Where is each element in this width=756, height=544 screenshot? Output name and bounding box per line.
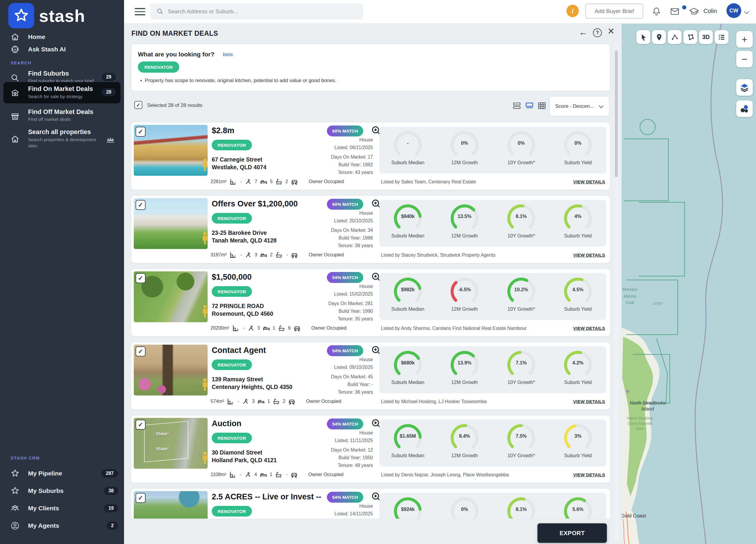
scrollbar-thumb[interactable] — [615, 50, 618, 177]
amenities-row: 574m² - 3 1 2 Owner Occupied — [211, 398, 341, 405]
property-type: House — [291, 502, 373, 510]
listing-card: ✓ Offers Over $1,200,000 RENOVATOR 23-25… — [131, 196, 610, 263]
occupancy-status: Owner Occupied — [309, 252, 344, 258]
listing-address-line1: 23-25 Barokee Drive — [212, 229, 267, 236]
notification-dot — [682, 5, 686, 9]
check-glyph: ✓ — [138, 275, 143, 282]
sort-dropdown[interactable]: Score - Descen... — [550, 97, 609, 116]
suburb-stats: $840k Suburb Median 13.5% 12M Growth 8.1… — [379, 200, 606, 247]
map-zoom-out-button[interactable]: − — [736, 51, 753, 67]
close-icon[interactable]: × — [608, 25, 614, 38]
map-select-tool[interactable] — [636, 30, 650, 44]
map-label-city: Gold Coast — [622, 513, 646, 519]
ai-chip-icon: AI — [11, 45, 19, 54]
list-view-icon[interactable] — [512, 101, 521, 110]
sidebar-item-sub: Find off market deals — [28, 117, 71, 122]
map[interactable]: Moreton Marine Park CPZ07 ✈ North Stradb… — [622, 24, 756, 544]
map-3d-toggle[interactable]: 3D — [699, 30, 713, 44]
sidebar-item-find-on-market-deals[interactable]: $ Find On Market Deals Search for sale b… — [4, 82, 120, 103]
sidebar-item-my-suburbs[interactable]: My Suburbs 38 — [0, 483, 124, 499]
listing-checkbox[interactable]: ✓ — [136, 273, 146, 283]
listing-price: $2.8m — [212, 126, 234, 135]
beds-count: 3 — [257, 325, 260, 331]
info-glyph: i — [572, 7, 574, 15]
sidebar-item-ask-stash-ai[interactable]: AI Ask Stash AI — [0, 42, 124, 57]
gauge-label: 10Y Growth* — [493, 306, 550, 312]
map-zoom-in-button[interactable]: + — [736, 31, 753, 48]
days-on-market: Days On Market: 12 — [291, 446, 373, 454]
gauge-label: Suburb Yield — [550, 306, 606, 312]
search-input[interactable] — [168, 8, 351, 15]
beta-link[interactable]: beta — [223, 52, 233, 58]
count-badge: 2 — [107, 522, 118, 530]
view-details-link[interactable]: VIEW DETAILS — [573, 179, 605, 184]
map-layers-button[interactable] — [736, 79, 753, 96]
address-search — [151, 4, 363, 19]
select-all-checkbox[interactable]: ✓ — [134, 101, 142, 109]
tenure: Tenure: 35 years — [291, 315, 373, 323]
map-polygon-tool[interactable] — [683, 30, 697, 44]
app-logo[interactable]: stash — [8, 3, 85, 28]
sidebar-item-find-off-market-deals[interactable]: Find Off Market Deals Find off market de… — [4, 107, 120, 126]
map-list-tool[interactable] — [715, 30, 729, 44]
card-view-icon[interactable] — [525, 101, 534, 110]
listing-checkbox[interactable]: ✓ — [136, 200, 146, 210]
buyer-brief-card: What are you looking for? beta RENOVATOR… — [131, 44, 610, 91]
listing-price: $1,500,000 — [212, 273, 252, 282]
pegman-icon[interactable] — [200, 299, 208, 322]
graduation-cap-icon[interactable] — [689, 6, 699, 17]
match-score-badge: 60% MATCH — [327, 126, 363, 136]
chevron-down-icon[interactable] — [744, 9, 749, 14]
bell-icon[interactable] — [651, 6, 661, 17]
sidebar-item-my-clients[interactable]: My Clients 19 — [0, 501, 124, 516]
avatar[interactable]: CW — [726, 3, 741, 18]
gauge-label: Suburb Yield — [550, 233, 606, 239]
table-view-icon[interactable] — [537, 101, 546, 110]
home-icon — [11, 32, 19, 41]
listing-checkbox[interactable]: ✓ — [136, 346, 146, 356]
land-area: 2261m² — [211, 179, 227, 184]
map-label-national-park: Naree Budjong — [627, 416, 653, 420]
listing-checkbox[interactable]: ✓ — [136, 493, 146, 503]
sidebar-item-my-pipeline[interactable]: My Pipeline 287 — [0, 466, 124, 481]
sidebar-item-my-agents[interactable]: My Agents 2 — [0, 518, 124, 533]
gauge-value: $840k — [379, 214, 436, 219]
gauge-label: 12M Growth — [436, 306, 493, 312]
view-details-link[interactable]: VIEW DETAILS — [573, 253, 605, 258]
export-button[interactable]: EXPORT — [537, 523, 607, 543]
count-badge: 38 — [104, 487, 118, 495]
gauge-10y-growth: 8.1% 10Y Growth* — [493, 493, 550, 519]
pegman-icon[interactable] — [200, 226, 208, 249]
mail-icon[interactable] — [670, 6, 680, 17]
menu-icon[interactable] — [135, 8, 145, 16]
svg-text:AI: AI — [14, 48, 16, 51]
listed-by: Listed by Denis Najzar, Joseph Leong, Pl… — [381, 472, 509, 478]
help-icon[interactable]: ? — [593, 28, 602, 37]
gauge-value: 13.5% — [436, 214, 493, 219]
listing-checkbox[interactable]: ✓ — [136, 127, 146, 137]
sidebar-item-search-all-properties[interactable]: Search all properties Search properties … — [4, 126, 120, 151]
view-details-link[interactable]: VIEW DETAILS — [573, 472, 605, 477]
listing-checkbox[interactable]: ✓ — [136, 420, 146, 430]
view-details-link[interactable]: VIEW DETAILS — [573, 326, 605, 331]
add-buyer-brief-button[interactable]: Add Buyer Brief — [585, 4, 643, 19]
listing-address-line2: Holland Park, QLD 4121 — [212, 457, 277, 464]
pegman-icon[interactable] — [200, 372, 208, 395]
view-details-link[interactable]: VIEW DETAILS — [573, 399, 605, 404]
gauge-value: 4.2% — [550, 360, 606, 366]
pegman-icon[interactable] — [200, 153, 208, 176]
map-polyline-tool[interactable] — [668, 30, 682, 44]
gauge-label: Suburb Median — [379, 380, 436, 385]
property-type: House — [291, 429, 373, 437]
info-icon[interactable]: i — [566, 5, 579, 17]
pegman-icon[interactable] — [200, 446, 208, 469]
gauge-suburb-median: $982k Suburb Median — [379, 273, 436, 320]
gauge-suburb-yield: 4.5% Suburb Yield — [550, 273, 606, 320]
map-pin-tool[interactable] — [652, 30, 666, 44]
map-clusters-button[interactable] — [736, 100, 753, 117]
gauge-12m-growth: -6.5% 12M Growth — [436, 273, 493, 320]
occupancy-status: Owner Occupied — [306, 399, 341, 404]
back-arrow-icon[interactable]: ← — [579, 27, 588, 37]
listing-address-line1: 139 Ramsay Street — [212, 376, 263, 383]
listed-date: Listed: 14/11/2025 — [291, 510, 373, 518]
